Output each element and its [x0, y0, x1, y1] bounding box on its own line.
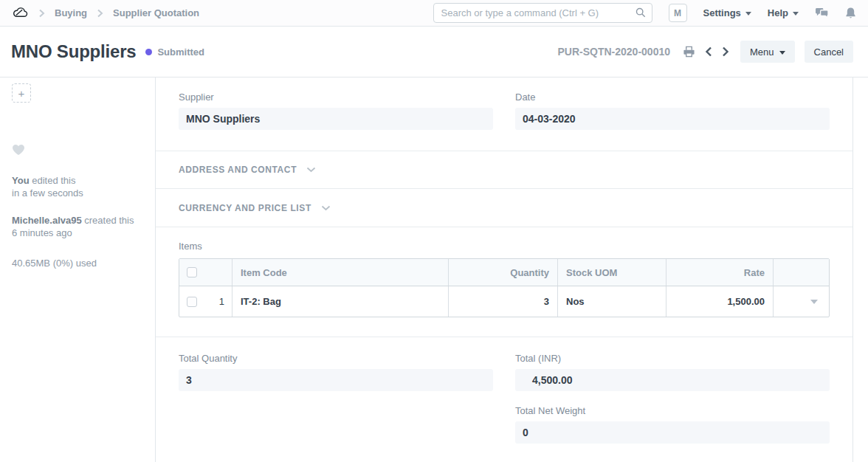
next-button[interactable] — [720, 45, 731, 58]
notifications-button[interactable] — [845, 7, 856, 19]
row-checkbox[interactable] — [187, 297, 197, 307]
row-index: 1 — [219, 296, 224, 307]
total-inr-label: Total (INR) — [515, 353, 830, 364]
items-label: Items — [179, 241, 830, 252]
items-section: Items Item Code Quantity Stock UOM Rate … — [156, 227, 852, 337]
chevron-right-icon — [97, 9, 103, 18]
header-cell-item-code: Item Code — [232, 259, 449, 286]
header-cell-check — [179, 259, 232, 286]
select-all-checkbox[interactable] — [187, 267, 197, 277]
scrollbar-gutter — [853, 77, 868, 462]
table-row[interactable]: 1 IT-2: Bag 3 Nos 1,500.00 — [179, 286, 829, 317]
section-label: ADDRESS AND CONTACT — [179, 165, 297, 175]
section-label: CURRENCY AND PRICE LIST — [179, 203, 311, 213]
status-label: Submitted — [157, 46, 204, 58]
page-head: MNO Suppliers Submitted PUR-SQTN-2020-00… — [0, 27, 868, 77]
header-cell-quantity: Quantity — [449, 259, 558, 286]
total-quantity-value: 3 — [179, 369, 493, 391]
app-logo[interactable] — [12, 4, 29, 21]
supplier-value: MNO Suppliers — [179, 108, 493, 130]
chat-bubbles-icon — [815, 7, 829, 19]
header-cell-stock-uom: Stock UOM — [558, 259, 666, 286]
section-currency-and-price-list[interactable]: CURRENCY AND PRICE LIST — [156, 189, 852, 227]
edited-by: You — [12, 175, 30, 186]
items-grid: Item Code Quantity Stock UOM Rate 1 IT-2… — [179, 258, 830, 317]
prev-button[interactable] — [703, 45, 714, 58]
total-quantity-label: Total Quantity — [179, 353, 493, 364]
document-id: PUR-SQTN-2020-00010 — [557, 46, 670, 58]
global-search — [433, 3, 652, 23]
menu-button-label: Menu — [750, 46, 774, 58]
chevron-right-icon — [722, 46, 729, 57]
messages-button[interactable] — [815, 7, 829, 19]
printer-icon — [683, 46, 695, 58]
row-cell-stock-uom: Nos — [558, 286, 666, 317]
cancel-button-label: Cancel — [814, 46, 844, 58]
status-dot-icon — [145, 49, 152, 55]
status-badge: Submitted — [145, 46, 204, 58]
search-input[interactable] — [433, 3, 652, 23]
print-button[interactable] — [681, 44, 697, 59]
supplier-label: Supplier — [179, 92, 493, 103]
storage-usage: 40.65MB (0%) used — [12, 257, 143, 269]
total-inr-value: 4,500.00 — [515, 369, 830, 391]
created-info: Michelle.alva95 created this 6 minutes a… — [12, 214, 143, 239]
chevron-down-icon — [779, 51, 785, 55]
created-by: Michelle.alva95 — [12, 215, 82, 226]
form-sidebar: + You edited this in a few seconds Miche… — [0, 77, 156, 462]
total-net-weight-field: Total Net Weight 0 — [515, 405, 830, 444]
settings-label: Settings — [703, 7, 741, 18]
chevron-down-icon — [793, 12, 799, 15]
row-cell-quantity: 3 — [449, 286, 558, 317]
chevron-left-icon — [705, 46, 712, 57]
breadcrumb: Buying Supplier Quotation — [12, 4, 199, 21]
row-cell-item-code: IT-2: Bag — [232, 286, 449, 317]
header-cell-menu — [774, 259, 829, 286]
help-menu[interactable]: Help — [768, 7, 799, 18]
edited-info: You edited this in a few seconds — [12, 174, 143, 199]
bell-icon — [845, 7, 856, 19]
date-label: Date — [515, 92, 830, 103]
chevron-down-icon — [745, 12, 751, 15]
created-when: 6 minutes ago — [12, 227, 72, 238]
like-button[interactable] — [12, 144, 25, 158]
cancel-button[interactable]: Cancel — [805, 41, 853, 63]
page-title: MNO Suppliers — [11, 41, 136, 62]
row-cell-check: 1 — [179, 286, 232, 317]
chevron-down-icon — [321, 205, 331, 211]
total-quantity-field: Total Quantity 3 — [179, 353, 493, 444]
items-grid-header: Item Code Quantity Stock UOM Rate — [179, 259, 829, 286]
heart-icon — [12, 144, 25, 156]
chevron-down-icon — [306, 167, 316, 173]
chevron-right-icon — [38, 9, 45, 18]
edited-action: edited this — [30, 175, 76, 186]
row-cell-rate: 1,500.00 — [666, 286, 774, 317]
date-field: Date 04-03-2020 — [515, 92, 830, 151]
date-value: 04-03-2020 — [515, 108, 830, 130]
total-inr-field: Total (INR) 4,500.00 — [515, 353, 830, 391]
supplier-field: Supplier MNO Suppliers — [179, 92, 493, 151]
help-label: Help — [768, 7, 788, 18]
row-dropdown-toggle[interactable] — [810, 300, 818, 304]
header-cell-rate: Rate — [666, 259, 774, 286]
cloud-logo-icon — [12, 4, 29, 21]
form-body: Supplier MNO Suppliers Date 04-03-2020 A… — [156, 77, 853, 462]
breadcrumb-item-buying[interactable]: Buying — [55, 7, 87, 18]
edited-when: in a few seconds — [12, 187, 83, 199]
section-address-and-contact[interactable]: ADDRESS AND CONTACT — [156, 151, 852, 188]
avatar[interactable]: M — [669, 4, 687, 22]
menu-button[interactable]: Menu — [740, 41, 795, 63]
row-cell-menu — [774, 286, 829, 317]
settings-menu[interactable]: Settings — [703, 7, 751, 18]
navbar-right: M Settings Help — [433, 3, 856, 23]
total-net-weight-label: Total Net Weight — [515, 405, 830, 416]
navbar: Buying Supplier Quotation M Settings Hel… — [0, 0, 868, 27]
total-net-weight-value: 0 — [515, 421, 830, 444]
add-tag-button[interactable]: + — [12, 83, 31, 103]
created-action: created this — [82, 215, 134, 226]
main-fields-section: Supplier MNO Suppliers Date 04-03-2020 — [156, 77, 852, 151]
breadcrumb-item-supplier-quotation[interactable]: Supplier Quotation — [113, 7, 199, 18]
search-icon — [636, 7, 646, 18]
totals-section: Total Quantity 3 Total (INR) 4,500.00 To… — [156, 337, 852, 444]
